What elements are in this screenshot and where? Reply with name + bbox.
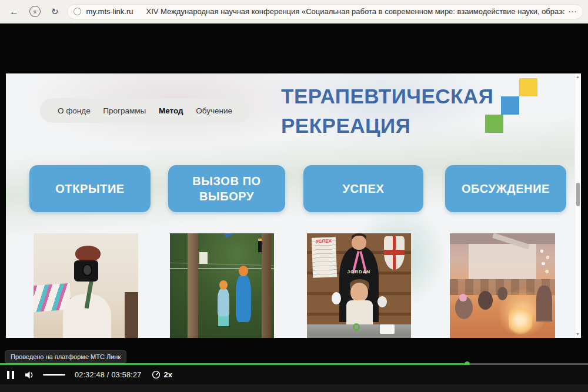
stage-button-challenge[interactable]: ВЫЗОВ ПО ВЫБОРУ xyxy=(168,165,285,212)
video-player[interactable]: О фонде Программы Метод Обучение ТЕРАПЕВ… xyxy=(0,24,588,392)
photo-shape xyxy=(377,296,387,308)
url-text[interactable]: my.mts-link.ru xyxy=(86,7,133,16)
more-icon[interactable]: ⋯ xyxy=(568,6,577,17)
photo-shape xyxy=(384,236,405,270)
photo-shape xyxy=(170,268,274,269)
platform-badge: Проведено на платформе МТС Линк xyxy=(5,350,126,363)
slide-scrollbar[interactable]: ▲ ▼ xyxy=(574,73,581,338)
logo-square-green xyxy=(485,115,503,133)
stage-button-success[interactable]: УСПЕХ xyxy=(303,165,423,212)
stage-button-opening[interactable]: ОТКРЫТИЕ xyxy=(29,165,151,212)
photo-ropes-course xyxy=(170,233,274,338)
photo-shape xyxy=(199,252,208,264)
scroll-down-icon[interactable]: ▼ xyxy=(575,332,580,336)
menu-item-programs[interactable]: Программы xyxy=(103,106,146,115)
speed-label: 2x xyxy=(163,370,172,379)
photo-shape xyxy=(125,292,138,338)
pause-button[interactable] xyxy=(6,371,15,379)
photo-shirt-text: JORDAN xyxy=(346,269,371,276)
photo-shape xyxy=(537,248,552,279)
speedometer-icon xyxy=(152,370,161,379)
refresh-icon[interactable]: ↻ xyxy=(51,7,59,16)
photo-shape xyxy=(478,291,493,310)
playback-speed-button[interactable]: 2x xyxy=(152,370,172,379)
player-controls: 02:32:48 / 03:58:27 2x xyxy=(0,365,588,384)
slide-menu: О фонде Программы Метод Обучение xyxy=(40,98,250,123)
screen: ← я ↻ my.mts-link.ru XIV Международная н… xyxy=(0,0,588,392)
photo-shape xyxy=(188,233,198,338)
logo-square-yellow xyxy=(519,78,537,96)
time-display: 02:32:48 / 03:58:27 xyxy=(75,371,141,379)
photo-shape xyxy=(509,304,532,336)
logo-square-blue xyxy=(501,96,519,115)
photo-group-event xyxy=(450,233,555,338)
back-icon[interactable]: ← xyxy=(9,7,19,16)
photo-poster: УСПЕХ xyxy=(312,237,337,277)
volume-slider[interactable] xyxy=(43,374,65,376)
photo-shape xyxy=(536,286,552,321)
browser-toolbar: ← я ↻ my.mts-link.ru XIV Международная н… xyxy=(0,0,588,24)
scroll-up-icon[interactable]: ▲ xyxy=(575,75,580,79)
scrollbar-thumb[interactable] xyxy=(576,183,580,206)
slide-title-line1: ТЕРАПЕВТИЧЕСКАЯ xyxy=(281,82,493,111)
menu-item-about-fund[interactable]: О фонде xyxy=(58,106,91,115)
photo-shape xyxy=(75,246,101,262)
player-bottom-strip xyxy=(0,384,588,392)
site-info-icon[interactable] xyxy=(74,8,81,15)
photo-shape xyxy=(352,236,366,250)
menu-item-method[interactable]: Метод xyxy=(159,106,183,115)
photo-shape xyxy=(236,275,252,322)
photo-shape xyxy=(353,323,360,330)
photo-shape xyxy=(82,264,92,276)
pause-icon xyxy=(7,371,9,379)
profile-icon[interactable]: я xyxy=(29,6,41,17)
photo-shape xyxy=(262,233,271,338)
menu-item-education[interactable]: Обучение xyxy=(196,106,232,115)
slide-title: ТЕРАПЕВТИЧЕСКАЯ РЕКРЕАЦИЯ xyxy=(281,82,493,140)
slide-title-line2: РЕКРЕАЦИЯ xyxy=(281,111,493,140)
presentation-slide: О фонде Программы Метод Обучение ТЕРАПЕВ… xyxy=(6,73,581,338)
stage-button-discussion[interactable]: ОБСУЖДЕНИЕ xyxy=(445,165,566,212)
photo-shape xyxy=(469,244,536,280)
photo-shape xyxy=(380,324,395,334)
photo-shape xyxy=(459,294,467,301)
page-title: XIV Международная научная конференция «С… xyxy=(146,7,564,16)
address-bar[interactable]: my.mts-link.ru XIV Международная научная… xyxy=(67,4,583,19)
photo-shape xyxy=(218,289,229,316)
photo-craft-workshop: УСПЕХ JORDAN xyxy=(307,233,411,338)
photo-shape xyxy=(170,262,274,266)
speaker-icon xyxy=(25,371,35,379)
volume-button[interactable] xyxy=(25,371,35,379)
pause-icon xyxy=(12,371,14,379)
photo-shape xyxy=(346,300,372,324)
photo-shape xyxy=(239,266,248,276)
photo-shape xyxy=(222,233,268,239)
photo-shape xyxy=(497,287,508,300)
photo-child-photographer xyxy=(34,233,138,338)
